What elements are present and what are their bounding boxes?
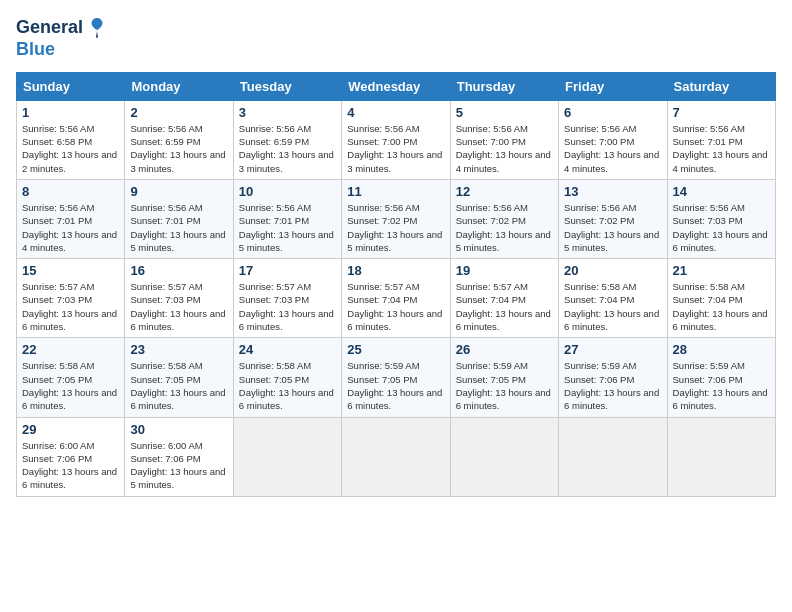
cell-info: Sunrise: 5:58 AMSunset: 7:05 PMDaylight:… xyxy=(239,360,334,411)
cell-info: Sunrise: 5:56 AMSunset: 7:02 PMDaylight:… xyxy=(564,202,659,253)
calendar-cell: 29 Sunrise: 6:00 AMSunset: 7:06 PMDaylig… xyxy=(17,417,125,496)
calendar-cell: 15 Sunrise: 5:57 AMSunset: 7:03 PMDaylig… xyxy=(17,259,125,338)
day-number: 19 xyxy=(456,263,553,278)
calendar-cell: 19 Sunrise: 5:57 AMSunset: 7:04 PMDaylig… xyxy=(450,259,558,338)
calendar-cell: 3 Sunrise: 5:56 AMSunset: 6:59 PMDayligh… xyxy=(233,100,341,179)
cell-info: Sunrise: 5:57 AMSunset: 7:03 PMDaylight:… xyxy=(22,281,117,332)
day-number: 17 xyxy=(239,263,336,278)
day-number: 24 xyxy=(239,342,336,357)
cell-info: Sunrise: 5:57 AMSunset: 7:04 PMDaylight:… xyxy=(456,281,551,332)
day-number: 15 xyxy=(22,263,119,278)
calendar-cell: 28 Sunrise: 5:59 AMSunset: 7:06 PMDaylig… xyxy=(667,338,775,417)
cell-info: Sunrise: 5:56 AMSunset: 6:59 PMDaylight:… xyxy=(239,123,334,174)
calendar-cell xyxy=(342,417,450,496)
day-number: 26 xyxy=(456,342,553,357)
calendar-cell: 1 Sunrise: 5:56 AMSunset: 6:58 PMDayligh… xyxy=(17,100,125,179)
cell-info: Sunrise: 5:58 AMSunset: 7:05 PMDaylight:… xyxy=(130,360,225,411)
calendar-cell: 7 Sunrise: 5:56 AMSunset: 7:01 PMDayligh… xyxy=(667,100,775,179)
cell-info: Sunrise: 5:57 AMSunset: 7:04 PMDaylight:… xyxy=(347,281,442,332)
calendar-cell: 21 Sunrise: 5:58 AMSunset: 7:04 PMDaylig… xyxy=(667,259,775,338)
page-header: GeneralBlue xyxy=(16,16,776,60)
cell-info: Sunrise: 5:56 AMSunset: 7:01 PMDaylight:… xyxy=(130,202,225,253)
cell-info: Sunrise: 6:00 AMSunset: 7:06 PMDaylight:… xyxy=(22,440,117,491)
calendar-cell: 24 Sunrise: 5:58 AMSunset: 7:05 PMDaylig… xyxy=(233,338,341,417)
calendar-cell: 14 Sunrise: 5:56 AMSunset: 7:03 PMDaylig… xyxy=(667,179,775,258)
calendar-cell: 27 Sunrise: 5:59 AMSunset: 7:06 PMDaylig… xyxy=(559,338,667,417)
calendar-cell: 9 Sunrise: 5:56 AMSunset: 7:01 PMDayligh… xyxy=(125,179,233,258)
cell-info: Sunrise: 5:56 AMSunset: 7:02 PMDaylight:… xyxy=(347,202,442,253)
calendar-cell: 13 Sunrise: 5:56 AMSunset: 7:02 PMDaylig… xyxy=(559,179,667,258)
cell-info: Sunrise: 5:56 AMSunset: 7:03 PMDaylight:… xyxy=(673,202,768,253)
logo: GeneralBlue xyxy=(16,16,109,60)
col-header-thursday: Thursday xyxy=(450,72,558,100)
cell-info: Sunrise: 5:56 AMSunset: 7:00 PMDaylight:… xyxy=(347,123,442,174)
cell-info: Sunrise: 5:56 AMSunset: 7:01 PMDaylight:… xyxy=(22,202,117,253)
cell-info: Sunrise: 5:56 AMSunset: 6:59 PMDaylight:… xyxy=(130,123,225,174)
day-number: 4 xyxy=(347,105,444,120)
day-number: 28 xyxy=(673,342,770,357)
day-number: 21 xyxy=(673,263,770,278)
day-number: 6 xyxy=(564,105,661,120)
cell-info: Sunrise: 5:58 AMSunset: 7:04 PMDaylight:… xyxy=(673,281,768,332)
cell-info: Sunrise: 5:56 AMSunset: 7:00 PMDaylight:… xyxy=(456,123,551,174)
day-number: 20 xyxy=(564,263,661,278)
col-header-sunday: Sunday xyxy=(17,72,125,100)
day-number: 9 xyxy=(130,184,227,199)
calendar-cell: 17 Sunrise: 5:57 AMSunset: 7:03 PMDaylig… xyxy=(233,259,341,338)
day-number: 30 xyxy=(130,422,227,437)
cell-info: Sunrise: 5:57 AMSunset: 7:03 PMDaylight:… xyxy=(130,281,225,332)
cell-info: Sunrise: 5:59 AMSunset: 7:05 PMDaylight:… xyxy=(456,360,551,411)
day-number: 2 xyxy=(130,105,227,120)
calendar-cell: 10 Sunrise: 5:56 AMSunset: 7:01 PMDaylig… xyxy=(233,179,341,258)
calendar-cell: 2 Sunrise: 5:56 AMSunset: 6:59 PMDayligh… xyxy=(125,100,233,179)
col-header-friday: Friday xyxy=(559,72,667,100)
day-number: 16 xyxy=(130,263,227,278)
day-number: 5 xyxy=(456,105,553,120)
calendar-cell: 16 Sunrise: 5:57 AMSunset: 7:03 PMDaylig… xyxy=(125,259,233,338)
calendar-cell: 12 Sunrise: 5:56 AMSunset: 7:02 PMDaylig… xyxy=(450,179,558,258)
calendar-cell: 18 Sunrise: 5:57 AMSunset: 7:04 PMDaylig… xyxy=(342,259,450,338)
calendar-table: SundayMondayTuesdayWednesdayThursdayFrid… xyxy=(16,72,776,497)
cell-info: Sunrise: 5:59 AMSunset: 7:06 PMDaylight:… xyxy=(673,360,768,411)
col-header-wednesday: Wednesday xyxy=(342,72,450,100)
day-number: 22 xyxy=(22,342,119,357)
day-number: 29 xyxy=(22,422,119,437)
cell-info: Sunrise: 5:59 AMSunset: 7:06 PMDaylight:… xyxy=(564,360,659,411)
calendar-cell: 26 Sunrise: 5:59 AMSunset: 7:05 PMDaylig… xyxy=(450,338,558,417)
calendar-cell: 22 Sunrise: 5:58 AMSunset: 7:05 PMDaylig… xyxy=(17,338,125,417)
day-number: 7 xyxy=(673,105,770,120)
calendar-cell: 11 Sunrise: 5:56 AMSunset: 7:02 PMDaylig… xyxy=(342,179,450,258)
cell-info: Sunrise: 5:58 AMSunset: 7:05 PMDaylight:… xyxy=(22,360,117,411)
day-number: 3 xyxy=(239,105,336,120)
calendar-cell: 20 Sunrise: 5:58 AMSunset: 7:04 PMDaylig… xyxy=(559,259,667,338)
cell-info: Sunrise: 5:56 AMSunset: 6:58 PMDaylight:… xyxy=(22,123,117,174)
cell-info: Sunrise: 5:59 AMSunset: 7:05 PMDaylight:… xyxy=(347,360,442,411)
day-number: 10 xyxy=(239,184,336,199)
col-header-saturday: Saturday xyxy=(667,72,775,100)
calendar-cell: 30 Sunrise: 6:00 AMSunset: 7:06 PMDaylig… xyxy=(125,417,233,496)
day-number: 25 xyxy=(347,342,444,357)
calendar-cell xyxy=(450,417,558,496)
calendar-cell: 23 Sunrise: 5:58 AMSunset: 7:05 PMDaylig… xyxy=(125,338,233,417)
day-number: 14 xyxy=(673,184,770,199)
cell-info: Sunrise: 5:56 AMSunset: 7:01 PMDaylight:… xyxy=(239,202,334,253)
cell-info: Sunrise: 6:00 AMSunset: 7:06 PMDaylight:… xyxy=(130,440,225,491)
calendar-cell: 8 Sunrise: 5:56 AMSunset: 7:01 PMDayligh… xyxy=(17,179,125,258)
cell-info: Sunrise: 5:57 AMSunset: 7:03 PMDaylight:… xyxy=(239,281,334,332)
day-number: 27 xyxy=(564,342,661,357)
day-number: 8 xyxy=(22,184,119,199)
cell-info: Sunrise: 5:56 AMSunset: 7:02 PMDaylight:… xyxy=(456,202,551,253)
calendar-cell: 6 Sunrise: 5:56 AMSunset: 7:00 PMDayligh… xyxy=(559,100,667,179)
logo-text: GeneralBlue xyxy=(16,16,109,60)
col-header-tuesday: Tuesday xyxy=(233,72,341,100)
col-header-monday: Monday xyxy=(125,72,233,100)
calendar-cell: 25 Sunrise: 5:59 AMSunset: 7:05 PMDaylig… xyxy=(342,338,450,417)
day-number: 1 xyxy=(22,105,119,120)
calendar-cell: 5 Sunrise: 5:56 AMSunset: 7:00 PMDayligh… xyxy=(450,100,558,179)
calendar-cell xyxy=(559,417,667,496)
calendar-cell xyxy=(233,417,341,496)
cell-info: Sunrise: 5:56 AMSunset: 7:01 PMDaylight:… xyxy=(673,123,768,174)
calendar-cell: 4 Sunrise: 5:56 AMSunset: 7:00 PMDayligh… xyxy=(342,100,450,179)
day-number: 12 xyxy=(456,184,553,199)
cell-info: Sunrise: 5:58 AMSunset: 7:04 PMDaylight:… xyxy=(564,281,659,332)
